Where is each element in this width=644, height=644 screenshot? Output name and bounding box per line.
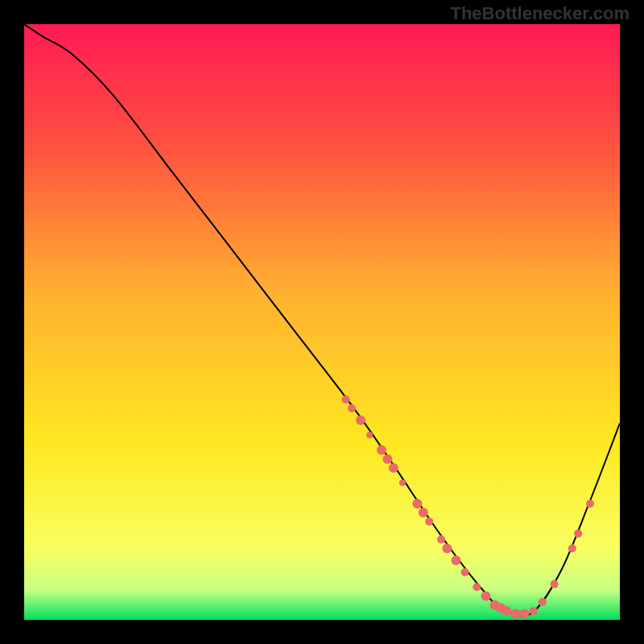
data-marker [452, 555, 461, 565]
data-marker [511, 609, 521, 619]
data-marker [412, 499, 422, 509]
data-marker [342, 395, 350, 403]
chart-svg [24, 24, 620, 620]
gradient-background [24, 24, 620, 620]
data-marker [377, 445, 386, 455]
data-marker [530, 607, 538, 615]
data-marker [502, 606, 511, 616]
data-marker [574, 530, 582, 538]
data-marker [356, 415, 365, 425]
data-marker [551, 580, 559, 588]
data-marker [539, 598, 547, 606]
data-marker [419, 508, 428, 518]
data-marker [461, 568, 469, 576]
data-marker [382, 454, 392, 464]
data-marker [366, 432, 373, 439]
data-marker [481, 591, 491, 601]
data-marker [389, 463, 398, 473]
data-marker [437, 535, 445, 543]
data-marker [425, 518, 433, 526]
data-marker [399, 480, 406, 486]
chart-plot-area [24, 24, 620, 620]
data-marker [568, 544, 576, 552]
watermark-text: TheBottlenecker.com [450, 3, 630, 24]
data-marker [586, 500, 594, 508]
data-marker [348, 404, 356, 412]
data-marker [442, 543, 452, 553]
data-marker [520, 609, 530, 619]
data-marker [473, 583, 481, 591]
